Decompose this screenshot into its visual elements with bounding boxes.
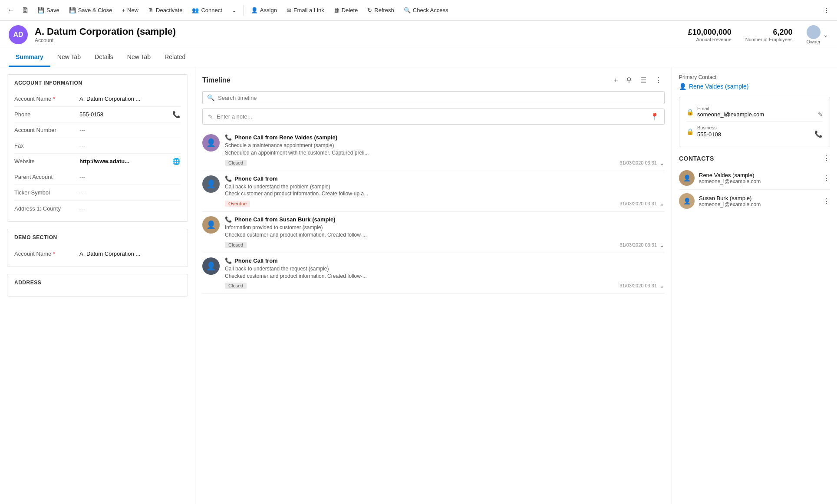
center-panel: Timeline + ⚲ ☰ ⋮ 🔍 ✎ 📍 👤 📞 bbox=[195, 67, 672, 504]
timeline-list-button[interactable]: ☰ bbox=[638, 74, 649, 86]
contact-more-button-2[interactable]: ⋮ bbox=[823, 197, 830, 205]
tab-summary[interactable]: Summary bbox=[9, 48, 50, 67]
contact-list-item: 👤 Rene Valdes (sample) someone_i@example… bbox=[679, 167, 830, 190]
avatar-face-icon: 👤 bbox=[206, 261, 216, 271]
contact-list-item: 👤 Susan Burk (sample) someone_l@example.… bbox=[679, 190, 830, 212]
timeline-more-button[interactable]: ⋮ bbox=[652, 74, 665, 86]
back-button[interactable]: ← bbox=[3, 3, 18, 17]
timeline-filter-button[interactable]: ⚲ bbox=[624, 74, 634, 86]
tab-new-tab-1[interactable]: New Tab bbox=[50, 48, 88, 67]
field-value-fax[interactable]: --- bbox=[79, 142, 181, 149]
field-value-account-name[interactable]: A. Datum Corporation ... bbox=[79, 96, 181, 102]
contacts-section-header: CONTACTS ⋮ bbox=[679, 154, 830, 162]
timeline-item-title: 📞 Phone Call from Rene Valdes (sample) bbox=[225, 134, 665, 141]
more-button[interactable]: ⋮ bbox=[819, 4, 834, 16]
status-badge: Overdue bbox=[225, 201, 250, 207]
annual-revenue-label: Annual Revenue bbox=[688, 37, 732, 42]
field-label-account-number: Account Number bbox=[14, 127, 79, 133]
field-website: Website http://www.adatu... 🌐 bbox=[14, 154, 181, 169]
expand-button[interactable]: ⌄ bbox=[659, 282, 665, 289]
field-label-phone: Phone bbox=[14, 111, 79, 118]
contact-email-info: Email someone_i@example.com ✎ bbox=[697, 106, 823, 118]
field-value-parent-account[interactable]: --- bbox=[79, 174, 181, 180]
contact-business-info: Business 555-0108 📞 bbox=[697, 125, 823, 138]
contact-more-button-1[interactable]: ⋮ bbox=[823, 174, 830, 182]
avatar-face-icon: 👤 bbox=[206, 179, 216, 189]
phone-icon-contact[interactable]: 📞 bbox=[814, 130, 823, 138]
check-access-button[interactable]: 🔍 Check Access bbox=[399, 4, 453, 16]
timeline-search[interactable]: 🔍 bbox=[202, 91, 665, 104]
demo-section-title: Demo Section bbox=[14, 234, 181, 240]
field-value-address-county[interactable]: --- bbox=[79, 205, 181, 212]
contact-info-2: Susan Burk (sample) someone_l@example.co… bbox=[699, 195, 819, 208]
timeline-item-title: 📞 Phone Call from bbox=[225, 257, 665, 264]
email-link-button[interactable]: ✉ Email a Link bbox=[282, 4, 329, 16]
toolbar-divider bbox=[244, 5, 244, 16]
account-info-title: ACCOUNT INFORMATION bbox=[14, 80, 181, 86]
annual-revenue-stat: £10,000,000 Annual Revenue bbox=[688, 28, 732, 42]
expand-button[interactable]: ⌄ bbox=[659, 159, 665, 166]
connect-dropdown-button[interactable]: ⌄ bbox=[227, 4, 241, 16]
chevron-down-icon: ⌄ bbox=[232, 7, 237, 13]
record-type: Account bbox=[35, 37, 681, 43]
save-close-button[interactable]: 💾 Save & Close bbox=[65, 4, 117, 16]
record-title: A. Datum Corporation (sample) bbox=[35, 26, 681, 37]
contacts-more-button[interactable]: ⋮ bbox=[823, 154, 830, 162]
field-label-ticker-symbol: Ticker Symbol bbox=[14, 189, 79, 196]
connect-button[interactable]: 👥 Connect bbox=[188, 4, 226, 16]
field-value-ticker-symbol[interactable]: --- bbox=[79, 189, 181, 196]
expand-button[interactable]: ⌄ bbox=[659, 200, 665, 207]
record-title-block: A. Datum Corporation (sample) Account bbox=[35, 26, 681, 43]
timeline-item-body: 📞 Phone Call from Call back to understan… bbox=[225, 257, 665, 290]
timeline-add-button[interactable]: + bbox=[611, 74, 620, 86]
timeline-header: Timeline + ⚲ ☰ ⋮ bbox=[202, 74, 665, 86]
assign-button[interactable]: 👤 Assign bbox=[247, 4, 281, 16]
demo-section: Demo Section Account Name * A. Datum Cor… bbox=[7, 229, 188, 267]
timeline-avatar: 👤 bbox=[202, 216, 220, 234]
timeline-item-footer: Closed 31/03/2020 03:31 ⌄ bbox=[225, 159, 665, 166]
tab-related[interactable]: Related bbox=[158, 48, 192, 67]
primary-contact-name[interactable]: 👤 Rene Valdes (sample) bbox=[679, 83, 830, 90]
new-button[interactable]: + New bbox=[117, 4, 143, 16]
timeline-timestamp: 31/03/2020 03:31 bbox=[620, 160, 657, 165]
refresh-button[interactable]: ↻ Refresh bbox=[363, 4, 399, 16]
attachment-icon[interactable]: 📍 bbox=[650, 112, 659, 121]
delete-button[interactable]: 🗑 Delete bbox=[330, 4, 362, 16]
contact-name-2[interactable]: Susan Burk (sample) bbox=[699, 195, 819, 201]
owner-chevron-icon[interactable]: ⌄ bbox=[823, 31, 828, 38]
timeline-item-title: 📞 Phone Call from Susan Burk (sample) bbox=[225, 216, 665, 223]
field-phone: Phone 555-0158 📞 bbox=[14, 107, 181, 122]
save-button[interactable]: 💾 Save bbox=[33, 4, 64, 16]
tab-new-tab-2[interactable]: New Tab bbox=[120, 48, 158, 67]
timeline-item: 👤 📞 Phone Call from Rene Valdes (sample)… bbox=[202, 130, 665, 171]
employees-value: 6,200 bbox=[745, 28, 793, 37]
copy-icon[interactable]: ✎ bbox=[818, 111, 823, 118]
expand-button[interactable]: ⌄ bbox=[659, 241, 665, 248]
tab-details[interactable]: Details bbox=[88, 48, 120, 67]
contact-business-row: 🔒 Business 555-0108 📞 bbox=[686, 122, 823, 142]
status-badge: Closed bbox=[225, 283, 247, 289]
globe-icon[interactable]: 🌐 bbox=[172, 158, 181, 165]
phone-call-icon: 📞 bbox=[225, 175, 232, 182]
timeline-item-title: 📞 Phone Call from bbox=[225, 175, 665, 182]
field-value-demo-account-name[interactable]: A. Datum Corporation ... bbox=[79, 250, 181, 257]
field-value-website[interactable]: http://www.adatu... 🌐 bbox=[79, 158, 181, 165]
main-content: ACCOUNT INFORMATION Account Name * A. Da… bbox=[0, 67, 837, 504]
timeline-item-footer: Overdue 31/03/2020 03:31 ⌄ bbox=[225, 200, 665, 207]
timeline-search-input[interactable] bbox=[218, 95, 660, 101]
phone-icon[interactable]: 📞 bbox=[172, 111, 181, 119]
timeline-item: 👤 📞 Phone Call from Call back to underst… bbox=[202, 253, 665, 294]
deactivate-button[interactable]: 🗎 Deactivate bbox=[144, 4, 187, 16]
note-area: ✎ 📍 bbox=[202, 109, 665, 125]
timeline-timestamp: 31/03/2020 03:31 bbox=[620, 242, 657, 247]
timeline-actions: + ⚲ ☰ ⋮ bbox=[611, 74, 665, 86]
contact-name-1[interactable]: Rene Valdes (sample) bbox=[699, 172, 819, 178]
avatar: AD bbox=[9, 25, 28, 44]
note-input[interactable] bbox=[217, 113, 647, 120]
phone-call-icon: 📞 bbox=[225, 216, 232, 223]
field-value-phone[interactable]: 555-0158 📞 bbox=[79, 111, 181, 119]
field-value-account-number[interactable]: --- bbox=[79, 127, 181, 133]
email-section-label: Email bbox=[697, 106, 823, 111]
avatar-face-icon: 👤 bbox=[683, 198, 691, 204]
left-panel: ACCOUNT INFORMATION Account Name * A. Da… bbox=[0, 67, 195, 504]
